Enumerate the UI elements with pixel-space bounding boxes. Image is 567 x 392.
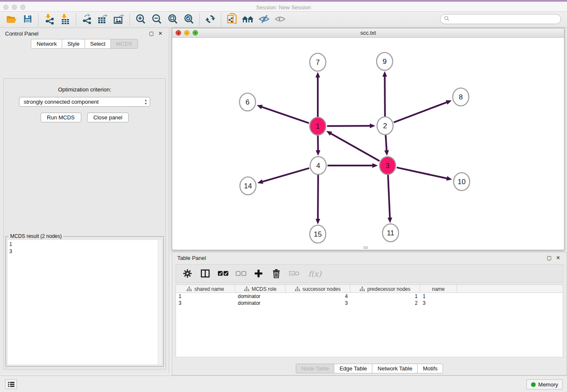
table-cell[interactable]: 2: [350, 300, 420, 306]
zoom-fit-button[interactable]: [165, 13, 181, 27]
graph-node-15[interactable]: 15: [310, 225, 326, 243]
delete-table-button[interactable]: [289, 267, 300, 280]
column-header-MCDS-role[interactable]: MCDS role: [235, 285, 286, 293]
column-header-predecessor-nodes[interactable]: predecessor nodes: [350, 285, 420, 293]
graph-node-8[interactable]: 8: [453, 88, 469, 106]
search-input[interactable]: [449, 15, 561, 23]
graph-edge-4-3[interactable]: [328, 163, 378, 168]
graph-node-14[interactable]: 14: [240, 177, 256, 195]
graph-edge-4-14[interactable]: [257, 168, 309, 184]
network-canvas[interactable]: 1234678910111415: [172, 38, 564, 250]
function-builder-button[interactable]: f(x): [306, 267, 323, 280]
close-panel-icon[interactable]: ✕: [157, 30, 164, 36]
delete-row-button[interactable]: [271, 267, 282, 280]
close-panel-button[interactable]: Close panel: [87, 113, 129, 122]
add-row-button[interactable]: [253, 267, 264, 280]
graph-edge-1-6[interactable]: [257, 105, 309, 123]
show-panels-button[interactable]: [272, 13, 288, 27]
graph-node-11[interactable]: 11: [383, 224, 399, 242]
node-label: 10: [458, 178, 466, 186]
zoom-selected-button[interactable]: [181, 13, 197, 27]
graph-edge-3-1[interactable]: [326, 131, 380, 161]
graph-edge-3-11[interactable]: [388, 175, 392, 223]
tab-mcds[interactable]: MCDS: [110, 39, 138, 49]
column-header-successor-nodes[interactable]: successor nodes: [286, 285, 350, 293]
table-cell[interactable]: 1: [350, 293, 420, 300]
graph-edge-1-7[interactable]: [316, 72, 320, 117]
column-header-name[interactable]: name: [420, 285, 457, 293]
table-settings-button[interactable]: [182, 267, 193, 280]
columns-icon: [201, 269, 210, 278]
tab-network-table[interactable]: Network Table: [372, 364, 417, 373]
zoom-out-button[interactable]: [149, 13, 165, 27]
zoom-in-button[interactable]: [132, 13, 149, 27]
tab-edge-table[interactable]: Edge Table: [334, 364, 372, 373]
graph-edge-2-9[interactable]: [383, 71, 387, 116]
arrowhead-icon: [257, 179, 263, 184]
graph-node-1[interactable]: 1: [310, 117, 326, 135]
table-row[interactable]: 1dominator411: [176, 293, 563, 300]
table-cell[interactable]: 3: [176, 300, 235, 306]
import-network-button[interactable]: [41, 13, 57, 27]
node-label: 3: [385, 162, 389, 170]
import-table-button[interactable]: [57, 13, 73, 27]
arrowhead-icon: [446, 100, 451, 105]
table-cell[interactable]: dominator: [235, 293, 286, 300]
column-header-shared-name[interactable]: shared name: [176, 285, 235, 293]
close-table-panel-icon[interactable]: ✕: [555, 255, 561, 261]
tab-node-table[interactable]: Node Table: [296, 364, 334, 373]
mcds-result-title: MCDS result (2 nodes): [8, 233, 63, 239]
clone-network-button[interactable]: [224, 13, 240, 27]
control-panel-title: Control Panel: [5, 30, 39, 37]
apply-layout-button[interactable]: [202, 13, 218, 27]
table-cell[interactable]: 3: [420, 300, 457, 306]
result-scrollbar[interactable]: [158, 240, 162, 364]
table-cell[interactable]: 1: [176, 293, 235, 300]
save-session-button[interactable]: [19, 13, 36, 27]
graph-edge-4-15[interactable]: [316, 175, 320, 224]
table-toolbar: f(x): [176, 264, 563, 283]
network-window-titlebar[interactable]: x − + scc.txt: [172, 28, 564, 38]
graph-edge-2-8[interactable]: [394, 100, 452, 123]
graph-edge-1-2[interactable]: [327, 124, 375, 128]
export-image-button[interactable]: [111, 13, 127, 27]
graph-edge-3-10[interactable]: [396, 168, 452, 181]
unchecked-boxes-icon: [236, 271, 246, 276]
table-cell[interactable]: 3: [286, 300, 350, 306]
column-layout-button[interactable]: [200, 267, 211, 280]
home-button[interactable]: [240, 13, 256, 27]
tab-network[interactable]: Network: [31, 39, 62, 49]
canvas-grip[interactable]: [363, 246, 368, 249]
mcds-result-text[interactable]: 13: [8, 240, 162, 364]
deselect-all-button[interactable]: [235, 267, 246, 280]
float-table-panel-icon[interactable]: ▢: [546, 255, 553, 261]
tab-motifs[interactable]: Motifs: [417, 364, 443, 373]
graph-node-4[interactable]: 4: [310, 157, 326, 174]
open-session-button[interactable]: [3, 13, 19, 27]
export-table-button[interactable]: [95, 13, 111, 27]
graph-node-9[interactable]: 9: [377, 52, 393, 70]
select-all-button[interactable]: [217, 267, 228, 280]
table-cell[interactable]: 1: [420, 293, 457, 300]
graph-node-6[interactable]: 6: [239, 93, 256, 111]
graph-node-10[interactable]: 10: [454, 173, 470, 190]
arrowhead-icon: [257, 105, 263, 109]
graph-node-3[interactable]: 3: [380, 157, 396, 174]
tab-style[interactable]: Style: [62, 39, 85, 49]
float-panel-icon[interactable]: ▢: [148, 30, 155, 36]
memory-button[interactable]: Memory: [526, 379, 563, 389]
export-network-button[interactable]: [79, 13, 95, 27]
hide-panels-button[interactable]: [256, 13, 272, 27]
tab-select[interactable]: Select: [85, 39, 110, 49]
graph-edge-2-3[interactable]: [384, 135, 389, 156]
run-mcds-button[interactable]: Run MCDS: [41, 113, 81, 122]
show-task-history-button[interactable]: [5, 379, 17, 389]
table-cell[interactable]: 4: [286, 293, 350, 300]
table-cell[interactable]: dominator: [235, 300, 286, 306]
graph-node-7[interactable]: 7: [310, 53, 326, 71]
graph-edge-1-4[interactable]: [316, 135, 320, 156]
graph-node-2[interactable]: 2: [377, 117, 393, 135]
table-row[interactable]: 3dominator323: [176, 300, 563, 306]
search-field[interactable]: [440, 14, 561, 24]
optimization-criterion-select[interactable]: strongly connected component ▲▼: [19, 97, 150, 107]
